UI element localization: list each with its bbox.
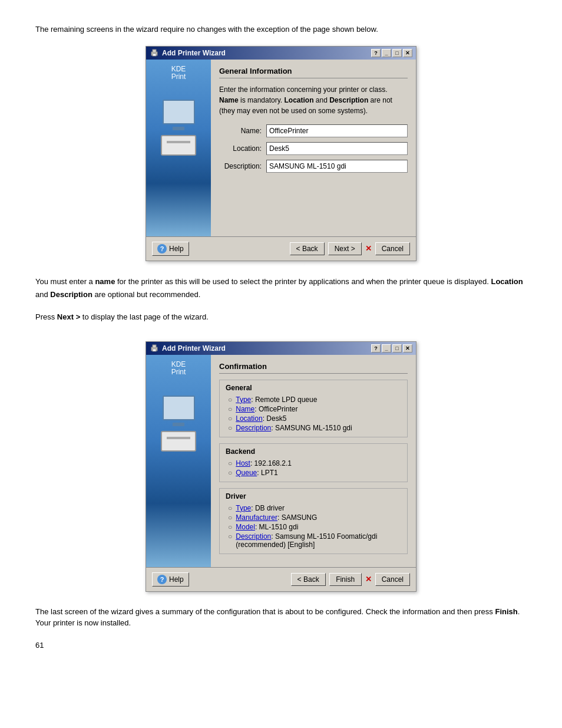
wizard-body-1: KDEPrint General Information Enter the i… xyxy=(146,60,416,236)
name-bold: name xyxy=(95,277,115,286)
last-screen-text: The last screen of the wizard gives a su… xyxy=(35,606,527,629)
section-desc-1: Enter the information concerning your pr… xyxy=(219,84,408,116)
footer-left-2: ? Help xyxy=(152,572,189,587)
kde-logo-2: KDEPrint xyxy=(171,361,186,376)
location-link[interactable]: Location xyxy=(236,414,262,423)
conf-host: ○ Host: 192.168.2.1 xyxy=(226,459,401,467)
mid-text: You must enter a name for the printer as… xyxy=(35,275,527,301)
intro-paragraph: The remaining screens in the wizard requ… xyxy=(35,24,527,35)
help-button-2[interactable]: ? Help xyxy=(152,572,189,587)
titlebar-controls-2[interactable]: ? _ □ ✕ xyxy=(371,344,412,353)
conf-queue: ○ Queue: LPT1 xyxy=(226,469,401,477)
cancel-button-1[interactable]: Cancel xyxy=(375,242,410,255)
conf-manufacturer: ○ Manufacturer: SAMSUNG xyxy=(226,513,401,522)
bullet-driver-desc: ○ xyxy=(228,532,232,541)
minimize-btn-2[interactable]: _ xyxy=(382,344,391,353)
conf-model: ○ Model: ML-1510 gdi xyxy=(226,523,401,531)
finish-bold: Finish xyxy=(495,607,517,616)
description-link[interactable]: Description xyxy=(236,424,271,432)
back-button-2[interactable]: < Back xyxy=(291,573,326,586)
wizard-window-2: Add Printer Wizard ? _ □ ✕ KDEPrint Con xyxy=(146,341,416,592)
footer-buttons-2: < Back Finish ✕ Cancel xyxy=(291,573,410,586)
close-btn-2[interactable]: ✕ xyxy=(403,344,412,353)
driver-section: Driver ○ Type: DB driver ○ Manufacturer:… xyxy=(219,488,408,554)
svg-rect-2 xyxy=(153,54,156,56)
maximize-btn-1[interactable]: □ xyxy=(392,49,402,57)
wizard-content-1: General Information Enter the informatio… xyxy=(211,60,416,236)
wizard-titlebar-2: Add Printer Wizard ? _ □ ✕ xyxy=(146,342,416,355)
footer-left-1: ? Help xyxy=(152,242,189,256)
page-number: 61 xyxy=(35,641,527,650)
help-icon-2: ? xyxy=(157,575,167,584)
queue-link[interactable]: Queue xyxy=(236,469,257,477)
queue-value: LPT1 xyxy=(261,469,278,477)
next-button-1[interactable]: Next > xyxy=(328,242,362,255)
printer-illustration-2 xyxy=(155,385,202,462)
maximize-btn-2[interactable]: □ xyxy=(392,344,402,353)
printer-slot-1 xyxy=(167,141,190,143)
monitor-stand-1 xyxy=(173,127,184,130)
model-value: ML-1510 gdi xyxy=(259,523,299,531)
name-link[interactable]: Name xyxy=(236,405,254,413)
type-link[interactable]: Type xyxy=(236,396,251,404)
help-label-2: Help xyxy=(169,575,184,584)
driver-type-value: DB driver xyxy=(255,504,285,512)
host-value: 192.168.2.1 xyxy=(254,459,292,467)
name-conf-value: OfficePrinter xyxy=(259,405,297,413)
finish-button[interactable]: Finish xyxy=(329,573,362,586)
conf-driver-description: ○ Description: Samsung ML-1510 Foomatic/… xyxy=(226,532,401,549)
printer-slot-2 xyxy=(167,437,190,439)
printer-illustration-1 xyxy=(155,90,202,166)
back-button-1[interactable]: < Back xyxy=(290,242,325,255)
name-input[interactable] xyxy=(266,124,408,137)
printer-shape-1 xyxy=(161,135,196,156)
wizard-title-1: Add Printer Wizard xyxy=(162,49,226,57)
bullet-location: ○ xyxy=(228,414,232,423)
driver-desc-link[interactable]: Description xyxy=(236,532,271,541)
location-input[interactable] xyxy=(266,142,408,155)
manufacturer-value: SAMSUNG xyxy=(282,513,318,522)
form-row-location: Location: xyxy=(219,142,408,155)
cancel-button-2[interactable]: Cancel xyxy=(375,573,410,586)
help-titlebar-btn-1[interactable]: ? xyxy=(371,49,381,57)
wizard-title-2: Add Printer Wizard xyxy=(162,344,226,353)
wizard-sidebar-1: KDEPrint xyxy=(146,60,211,236)
wizard-footer-2: ? Help < Back Finish ✕ Cancel xyxy=(146,567,416,591)
press-text: Press Next > to display the last page of… xyxy=(35,311,527,324)
driver-type-link[interactable]: Type xyxy=(236,504,251,512)
help-titlebar-btn-2[interactable]: ? xyxy=(371,344,381,353)
general-section-title: General xyxy=(226,384,401,392)
help-icon-1: ? xyxy=(157,244,167,253)
name-label: Name: xyxy=(219,127,266,135)
minimize-btn-1[interactable]: _ xyxy=(382,49,391,57)
help-button-1[interactable]: ? Help xyxy=(152,242,189,256)
titlebar-left-1: Add Printer Wizard xyxy=(150,48,226,58)
bullet-model: ○ xyxy=(228,523,232,531)
model-link[interactable]: Model xyxy=(236,523,255,531)
titlebar-left-2: Add Printer Wizard xyxy=(150,344,226,353)
wizard-footer-1: ? Help < Back Next > ✕ Cancel xyxy=(146,236,416,261)
close-btn-1[interactable]: ✕ xyxy=(403,49,412,57)
titlebar-controls-1[interactable]: ? _ □ ✕ xyxy=(371,49,412,57)
bullet-name: ○ xyxy=(228,405,232,413)
form-row-description: Description: xyxy=(219,160,408,173)
bullet-manufacturer: ○ xyxy=(228,513,232,522)
description-input[interactable] xyxy=(266,160,408,173)
conf-driver-type: ○ Type: DB driver xyxy=(226,504,401,512)
conf-type: ○ Type: Remote LPD queue xyxy=(226,396,401,404)
wizard-body-2: KDEPrint Confirmation General ○ Type: Re… xyxy=(146,355,416,567)
monitor-shape-1 xyxy=(163,100,195,124)
bullet-type: ○ xyxy=(228,396,232,404)
cancel-icon-1: ✕ xyxy=(365,244,372,253)
wizard-titlebar-1: Add Printer Wizard ? _ □ ✕ xyxy=(146,47,416,60)
backend-section-title: Backend xyxy=(226,447,401,456)
kde-logo-1: KDEPrint xyxy=(171,65,186,81)
wizard-window-1: Add Printer Wizard ? _ □ ✕ KDEPrint Gen xyxy=(146,46,416,261)
monitor-shape-2 xyxy=(163,396,195,420)
host-link[interactable]: Host xyxy=(236,459,250,467)
manufacturer-link[interactable]: Manufacturer xyxy=(236,513,277,522)
section-title-1: General Information xyxy=(219,67,408,78)
bullet-description: ○ xyxy=(228,424,232,432)
bullet-driver-type: ○ xyxy=(228,504,232,512)
printer-title-icon xyxy=(150,48,159,58)
